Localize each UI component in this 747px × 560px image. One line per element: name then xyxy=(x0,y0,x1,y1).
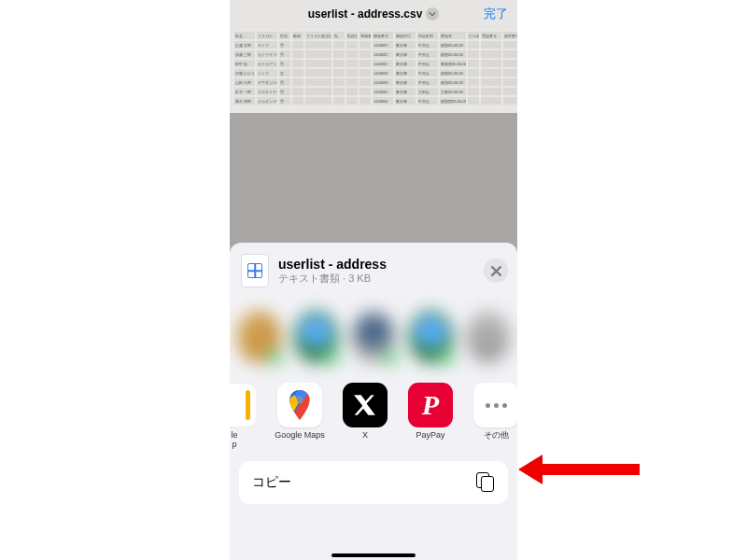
csv-header-cell: 携帯番号 xyxy=(503,32,517,39)
home-indicator[interactable] xyxy=(331,553,416,557)
contact-avatar[interactable] xyxy=(466,311,510,363)
share-file-title: userlist - address xyxy=(278,257,474,272)
csv-cell: 銀座00-00-00 xyxy=(440,69,466,77)
app-label: その他 xyxy=(484,431,509,450)
csv-cell: 佐藤 太郎 xyxy=(234,41,255,49)
csv-cell xyxy=(503,41,517,49)
csv-header-cell: ビル名 xyxy=(468,32,479,39)
csv-cell xyxy=(359,50,371,58)
csv-header-cell: 市区町村 xyxy=(417,32,438,39)
csv-cell xyxy=(359,88,371,95)
csv-cell xyxy=(503,97,517,105)
share-apps-row[interactable]: lep Google Maps xyxy=(230,377,517,461)
annotation-arrow xyxy=(518,457,640,482)
csv-cell xyxy=(481,60,501,67)
contact-avatar[interactable] xyxy=(409,311,453,363)
svg-point-1 xyxy=(297,398,303,403)
csv-cell: 田中 敦 xyxy=(234,60,255,67)
csv-data-row: 山田 次郎ヤマダジロウ男1440003東京都中央区銀座00-00-00 xyxy=(234,77,513,87)
csv-header-cell: 氏 xyxy=(333,32,345,39)
chevron-down-icon[interactable] xyxy=(426,7,439,21)
header-filename: userlist - address.csv xyxy=(308,7,423,21)
csv-cell: 東京都 xyxy=(395,88,416,95)
csv-cell: 1440005 xyxy=(373,88,393,95)
csv-cell: 東京都 xyxy=(395,69,416,77)
csv-cell xyxy=(468,69,479,77)
csv-header-cell: 都道府県 xyxy=(395,32,416,39)
csv-cell: 1440003 xyxy=(373,78,393,86)
app-partial[interactable]: lep xyxy=(230,383,267,450)
csv-cell: 中央区 xyxy=(417,50,438,58)
csv-cell xyxy=(481,69,501,77)
copy-icon xyxy=(476,472,495,493)
csv-header-cell: 電話番号 xyxy=(481,32,501,39)
contact-avatar[interactable] xyxy=(237,311,281,363)
csv-cell xyxy=(292,69,303,77)
csv-data-row: 高木 四郎タカギシロウ男1440004東京都中央区銀座西00-00-00 xyxy=(234,96,513,105)
contact-avatar[interactable] xyxy=(351,311,395,363)
app-google-maps[interactable]: Google Maps xyxy=(267,383,332,450)
share-actions-list: コピー xyxy=(230,461,517,504)
csv-cell xyxy=(346,69,358,77)
csv-cell xyxy=(346,50,358,58)
done-button[interactable]: 完了 xyxy=(441,6,508,22)
app-label: lep xyxy=(231,431,237,450)
csv-cell: 山田 次郎 xyxy=(234,78,255,86)
csv-cell xyxy=(346,41,358,49)
app-icon-partial xyxy=(230,383,257,427)
csv-header-cell: 登録者名 xyxy=(359,32,371,39)
csv-cell: 東京都 xyxy=(395,50,416,58)
csv-cell xyxy=(333,97,345,105)
csv-cell xyxy=(468,97,479,105)
csv-cell xyxy=(468,41,479,49)
csv-cell xyxy=(333,60,345,67)
csv-cell xyxy=(481,88,501,95)
csv-cell: イトウ xyxy=(257,69,277,77)
preview-header: userlist - address.csv 完了 xyxy=(230,0,517,28)
csv-header-cell: フリガナ xyxy=(257,32,277,39)
csv-cell: 中央区 xyxy=(417,97,438,105)
csv-cell xyxy=(346,78,358,86)
csv-cell xyxy=(503,88,517,95)
csv-cell xyxy=(333,88,345,95)
share-sheet: userlist - address テキスト書類 · 3 KB lep xyxy=(230,243,517,560)
csv-cell xyxy=(305,50,331,58)
copy-action[interactable]: コピー xyxy=(239,461,508,504)
airdrop-contacts-row[interactable] xyxy=(230,297,517,377)
csv-cell xyxy=(481,97,501,105)
csv-cell: 銀座00-00-00 xyxy=(440,78,466,86)
csv-cell: タカギシロウ xyxy=(257,97,277,105)
app-more[interactable]: その他 xyxy=(463,383,517,450)
csv-preview-grid[interactable]: 氏名フリガナ性別敬称フリガナ(姓別)氏氏(別)登録者名郵便番号都道府県市区町村番… xyxy=(230,28,517,113)
csv-header-cell: 氏(別) xyxy=(346,32,358,39)
paypay-icon: P xyxy=(408,383,453,427)
csv-cell: 1440002 xyxy=(373,50,393,58)
csv-cell xyxy=(359,41,371,49)
contact-avatar[interactable] xyxy=(294,311,338,363)
csv-header-cell: 郵便番号 xyxy=(373,32,393,39)
csv-data-row: 田中 敦タナカアツシ男1440002東京都中央区東銀座00-00-00 xyxy=(234,59,513,68)
csv-cell: スズキイチロウ xyxy=(257,88,277,95)
csv-cell xyxy=(292,50,303,58)
csv-data-row: 鈴木 一郎スズキイチロウ男1440005東京都大田区大森00-00-00 xyxy=(234,87,513,96)
csv-cell: 1440004 xyxy=(373,97,393,105)
csv-header-cell: 氏名 xyxy=(234,32,255,39)
csv-cell: 加藤 三郎 xyxy=(234,50,255,58)
csv-cell xyxy=(333,78,345,86)
csv-cell xyxy=(359,69,371,77)
csv-cell xyxy=(346,60,358,67)
csv-cell xyxy=(292,97,303,105)
csv-cell: 銀座00-00-00 xyxy=(440,50,466,58)
csv-cell xyxy=(346,88,358,95)
app-x[interactable]: X xyxy=(332,383,398,450)
google-maps-icon xyxy=(277,383,322,427)
app-paypay[interactable]: P PayPay xyxy=(398,383,463,450)
csv-cell: ヤマダジロウ xyxy=(257,78,277,86)
csv-cell: カトウサブロウ xyxy=(257,50,277,58)
csv-data-row: 佐藤 太郎サトウ男1440001東京都中央区銀座00-00-00 xyxy=(234,40,513,49)
csv-cell xyxy=(292,78,303,86)
csv-cell xyxy=(481,41,501,49)
csv-cell xyxy=(305,69,331,77)
close-button[interactable] xyxy=(484,259,508,283)
csv-cell: 男 xyxy=(279,88,290,95)
